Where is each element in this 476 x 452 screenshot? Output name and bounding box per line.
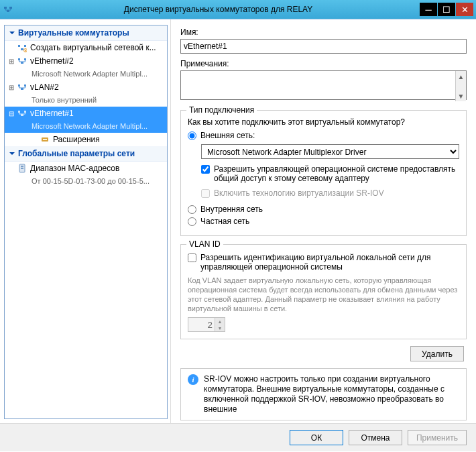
radio-private-label: Частная сеть [200,217,249,226]
collapse-icon[interactable]: ⊟ [9,109,17,119]
ok-button[interactable]: ОК [290,430,343,445]
sriov-info-text: SR-IOV можно настроить только при создан… [204,374,459,414]
tree-item-vethernet2-sub: Microsoft Network Adapter Multipl... [5,68,167,80]
checkbox-vlan-enable[interactable] [188,253,196,262]
properties-panel: Имя: Примечания: ▲ ▼ Тип подключения Как… [171,19,476,423]
tree-item-sublabel: От 00-15-5D-01-73-00 до 00-15-5... [32,176,150,186]
tree-header-switches-label: Виртуальные коммутаторы [18,28,129,38]
tree-item-vlan2-sub: Только внутренний [5,94,167,107]
svg-rect-21 [21,168,23,169]
cancel-button[interactable]: Отмена [349,430,402,445]
adapter-select[interactable]: Microsoft Network Adapter Multiplexor Dr… [201,144,459,159]
notes-textarea[interactable] [180,70,467,100]
svg-rect-0 [4,7,7,9]
name-input[interactable] [180,39,467,54]
tree-item-label: vEthernet#2 [30,56,74,66]
collapse-icon [9,30,15,36]
apply-button: Применить [408,430,467,445]
app-icon [3,4,13,15]
scroll-up-icon[interactable]: ▲ [456,71,466,82]
tree-item-label: Расширения [53,135,100,145]
tree-item-sublabel: Microsoft Network Adapter Multipl... [32,69,147,79]
window-title: Диспетчер виртуальных коммутаторов для R… [17,5,419,14]
name-label: Имя: [180,27,467,37]
checkbox-allow-mgmt-label: Разрешить управляющей операционной систе… [214,164,459,183]
new-switch-icon: ★ [17,42,27,53]
spin-down-icon: ▼ [215,325,225,331]
extensions-icon [40,134,50,145]
tree-item-extensions[interactable]: Расширения [5,133,167,146]
svg-rect-8 [18,58,20,60]
tree-item-vethernet1[interactable]: ⊟ vEthernet#1 [5,107,167,120]
switch-icon [17,56,27,66]
radio-private[interactable] [188,217,196,226]
left-panel: Виртуальные коммутаторы ★ Создать виртуа… [0,19,171,423]
tree-header-global-label: Глобальные параметры сети [18,149,135,158]
tree-item-mac-range-sub: От 00-15-5D-01-73-00 до 00-15-5... [5,175,167,188]
close-button[interactable]: ✕ [456,3,473,16]
notes-label: Примечания: [180,59,467,68]
expand-icon[interactable]: ⊞ [9,56,17,66]
connection-type-legend: Тип подключения [186,105,257,115]
tree-header-global: Глобальные параметры сети [5,146,167,162]
svg-rect-12 [24,84,26,87]
switch-icon [17,82,27,93]
tree-item-mac-range[interactable]: Диапазон MAC-адресов [5,162,167,175]
tree-item-label: Диапазон MAC-адресов [30,164,119,174]
svg-text:★: ★ [24,48,27,52]
tree-item-sublabel: Только внутренний [32,95,97,105]
dialog-button-bar: ОК Отмена Применить [0,423,476,451]
tree-item-vlan2[interactable]: ⊞ vLAN#2 [5,80,167,94]
info-icon: i [188,374,198,385]
maximize-button[interactable]: ☐ [438,3,455,16]
sriov-info-box: i SR-IOV можно настроить только при созд… [180,368,467,420]
checkbox-sriov-label: Включить технологию виртуализации SR-IOV [214,188,384,198]
vlan-legend: VLAN ID [186,239,223,249]
radio-internal[interactable] [188,205,196,214]
connection-prompt: Как вы хотите подключить этот виртуальны… [188,117,459,127]
svg-rect-15 [24,111,26,113]
vlan-help-text: Код VLAN задает виртуальную локальную се… [188,276,459,313]
svg-rect-18 [43,139,47,140]
radio-internal-label: Внутренняя сеть [200,205,263,214]
radio-external-label: Внешняя сеть: [200,131,255,140]
svg-rect-1 [9,7,12,9]
svg-rect-3 [18,45,20,47]
expand-icon[interactable]: ⊞ [9,82,17,93]
spin-up-icon: ▲ [215,318,225,325]
tree-item-label: Создать виртуальный сетевой к... [30,43,156,53]
scroll-down-icon[interactable]: ▼ [456,91,466,101]
tree-item-label: vEthernet#1 [30,109,74,119]
checkbox-sriov [201,189,210,198]
checkbox-allow-mgmt[interactable] [201,165,210,174]
radio-external[interactable] [188,131,196,140]
tree-item-label: vLAN#2 [30,82,59,93]
connection-type-group: Тип подключения Как вы хотите подключить… [180,110,467,236]
mac-range-icon [17,163,27,174]
minimize-button[interactable]: ─ [420,3,437,16]
svg-rect-14 [18,111,20,113]
tree-header-switches: Виртуальные коммутаторы [5,25,167,41]
svg-rect-4 [24,45,26,47]
switch-icon [17,108,27,119]
title-bar: Диспетчер виртуальных коммутаторов для R… [0,0,476,19]
switch-tree: Виртуальные коммутаторы ★ Создать виртуа… [4,25,168,419]
svg-rect-20 [21,166,23,167]
tree-item-vethernet1-sub: Microsoft Network Adapter Multipl... [5,120,167,133]
collapse-icon [9,150,15,157]
vlan-spinner: ▲ ▼ [215,318,225,331]
tree-item-sublabel: Microsoft Network Adapter Multipl... [32,121,147,131]
vlan-group: VLAN ID Разрешить идентификацию виртуаль… [180,244,467,339]
svg-rect-5 [21,48,23,50]
scrollbar[interactable]: ▲ ▼ [455,71,466,101]
tree-item-vethernet2[interactable]: ⊞ vEthernet#2 [5,54,167,68]
svg-rect-11 [18,84,20,87]
checkbox-vlan-enable-label: Разрешить идентификацию виртуальной лока… [200,253,459,272]
tree-item-create-switch[interactable]: ★ Создать виртуальный сетевой к... [5,41,167,54]
delete-button[interactable]: Удалить [410,346,464,361]
svg-rect-9 [24,58,26,60]
